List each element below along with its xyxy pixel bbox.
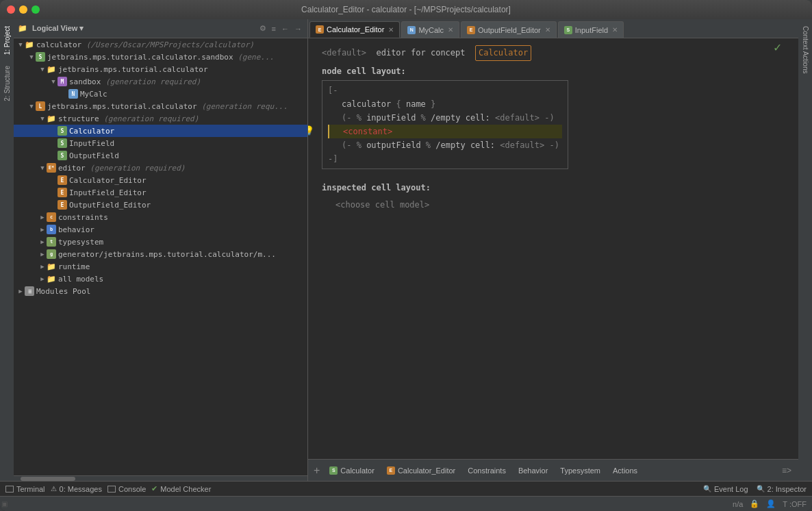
tree-label: generator/jetbrains.mps.tutorial.calcula… <box>58 250 276 259</box>
minimize-button[interactable] <box>19 5 27 14</box>
arrow-icon: ▼ <box>38 114 47 123</box>
editor-header-line: <default> editor for concept Calculator <box>322 45 785 61</box>
resize-grip[interactable]: ▣ <box>1 500 11 510</box>
s-icon: S <box>58 126 67 136</box>
l-icon: L <box>36 101 45 111</box>
tree-item-generator[interactable]: ▶ g generator/jetbrains.mps.tutorial.cal… <box>14 248 307 260</box>
tree-label: OutputField_Editor <box>69 201 151 210</box>
settings-icon[interactable]: ⚙ <box>258 23 268 34</box>
tree-label: Modules Pool <box>36 287 90 296</box>
folder-icon: 📁 <box>47 114 56 123</box>
tree-item-sandbox-m[interactable]: ▼ M sandbox (generation required) <box>14 75 307 88</box>
tree-item-calculator[interactable]: ▼ 📁 calculator (/Users/Oscar/MPSProjects… <box>14 38 307 51</box>
tree-item-calc-editor[interactable]: E Calculator_Editor <box>14 174 307 186</box>
add-tab-button[interactable]: + <box>311 464 322 477</box>
code-editor[interactable]: <default> editor for concept Calculator … <box>308 38 798 459</box>
tree-item-modules-pool[interactable]: ▶ ☰ Modules Pool <box>14 285 307 297</box>
forward-icon[interactable]: → <box>293 23 303 34</box>
more-tabs-button[interactable]: ≡> <box>778 466 796 475</box>
bottom-tab-actions[interactable]: Actions <box>607 462 643 479</box>
tree-item-behavior[interactable]: ▶ b behavior <box>14 223 307 236</box>
maximize-button[interactable] <box>31 5 40 14</box>
tree-item-editor-folder[interactable]: ▼ E* editor (generation required) <box>14 162 307 174</box>
scroll-thumb[interactable] <box>21 477 75 481</box>
arrow-icon <box>49 176 58 184</box>
tree-item-sandbox-s[interactable]: ▼ S jetbrains.mps.tutorial.calculator.sa… <box>14 51 307 63</box>
project-tab[interactable]: 1: Project <box>2 21 12 60</box>
tab-calculator-editor[interactable]: E Calculator_Editor ✕ <box>309 21 400 38</box>
tab-close-icon[interactable]: ✕ <box>448 26 453 34</box>
code-line-1: [- <box>328 84 562 97</box>
back-icon[interactable]: ← <box>280 23 290 34</box>
bottom-tab-label: Typesystem <box>560 466 600 475</box>
tree-item-outputfield-editor[interactable]: E OutputField_Editor <box>14 199 307 211</box>
n-icon: N <box>68 89 78 99</box>
model-checker-item[interactable]: ✔ Model Checker <box>151 484 211 493</box>
bottom-tab-s-icon: S <box>329 466 338 475</box>
tree-item-outputfield[interactable]: S OutputField <box>14 149 307 162</box>
s-icon: S <box>36 52 45 62</box>
tree-item-all-models[interactable]: ▶ 📁 all models <box>14 273 307 285</box>
messages-item[interactable]: ⚠ 0: Messages <box>51 485 102 493</box>
tab-outputfield-editor[interactable]: E OutputField_Editor ✕ <box>461 21 557 38</box>
tree-item-jmtc-folder[interactable]: ▼ 📁 jetbrains.mps.tutorial.calculator <box>14 63 307 75</box>
inspector-item[interactable]: 🔍 2: Inspector <box>757 485 807 493</box>
lightbulb-icon: 💡 <box>308 125 314 139</box>
code-line-2: calculator { name } <box>328 97 562 111</box>
na-label: n/a <box>733 500 743 508</box>
choose-cell-model-line: <choose cell model> <box>322 199 785 212</box>
tree-item-mycalc[interactable]: N MyCalc <box>14 88 307 100</box>
tree-item-inputfield-editor[interactable]: E InputField_Editor <box>14 186 307 199</box>
tab-label: InputField <box>575 26 608 34</box>
arrow-icon <box>60 90 68 98</box>
tab-close-icon[interactable]: ✕ <box>388 26 394 34</box>
tree-label: constraints <box>58 213 108 222</box>
folder-icon: 📁 <box>47 274 56 284</box>
code-line-5: (- % outputField % /empty cell: <default… <box>328 138 562 152</box>
tabs-bar: E Calculator_Editor ✕ N MyCalc ✕ E Outpu… <box>308 19 798 38</box>
menu-icon[interactable]: ≡ <box>270 23 277 34</box>
modules-icon: ☰ <box>25 286 34 296</box>
close-button[interactable] <box>7 5 15 14</box>
tab-mycalc[interactable]: N MyCalc ✕ <box>401 21 459 38</box>
h-scrollbar[interactable] <box>14 475 307 481</box>
tab-e-icon: E <box>467 26 475 34</box>
tab-close-icon[interactable]: ✕ <box>612 26 618 34</box>
arrow-icon: ▶ <box>38 238 47 246</box>
tree-label: editor <box>58 164 86 173</box>
tree-item-structure[interactable]: ▼ 📁 structure (generation required) <box>14 112 307 125</box>
messages-label: 0: Messages <box>60 485 102 493</box>
terminal-item[interactable]: Terminal <box>5 485 45 493</box>
tree-sublabel: (generation required) <box>86 164 186 173</box>
folder-icon: 📁 <box>25 40 34 49</box>
bottom-tab-typesystem[interactable]: Typesystem <box>555 462 606 479</box>
tab-close-icon[interactable]: ✕ <box>545 26 550 34</box>
tree-item-constraints[interactable]: ▶ c constraints <box>14 211 307 223</box>
t-off-label: T :OFF <box>783 500 807 508</box>
event-log-item[interactable]: 🔍 Event Log <box>703 485 748 493</box>
arrow-icon <box>49 201 58 209</box>
tree-label: Calculator <box>69 127 114 136</box>
tree-sublabel: (/Users/Oscar/MPSProjects/calculator) <box>81 40 254 49</box>
console-item[interactable]: Console <box>107 485 146 493</box>
code-block: [- calculator { name } (- % inputField % <box>322 80 568 169</box>
e-icon: E <box>58 200 67 210</box>
tree-item-inputfield[interactable]: S InputField <box>14 137 307 149</box>
tree-item-jmtc-l[interactable]: ▼ L jetbrains.mps.tutorial.calculator (g… <box>14 100 307 112</box>
bottom-tab-calc-editor[interactable]: E Calculator_Editor <box>381 462 461 479</box>
tab-inputfield[interactable]: S InputField ✕ <box>558 21 624 38</box>
structure-tab[interactable]: 2: Structure <box>2 60 12 107</box>
bottom-tab-calculator[interactable]: S Calculator <box>324 462 380 479</box>
bottom-tab-constraints[interactable]: Constraints <box>462 462 511 479</box>
tab-label: MyCalc <box>418 26 444 34</box>
tree-label: MyCalc <box>80 90 107 99</box>
tree-label: jetbrains.mps.tutorial.calculator <box>58 65 208 74</box>
context-actions-label[interactable]: Context Actions <box>800 21 811 79</box>
s-icon: S <box>58 151 67 160</box>
tree-label: all models <box>58 275 103 284</box>
tree-item-runtime[interactable]: ▶ 📁 runtime <box>14 260 307 273</box>
arrow-icon: ▶ <box>38 250 47 258</box>
tree-item-calculator-concept[interactable]: S Calculator <box>14 125 307 137</box>
bottom-tab-behavior[interactable]: Behavior <box>513 462 553 479</box>
tree-item-typesystem[interactable]: ▶ t typesystem <box>14 236 307 248</box>
